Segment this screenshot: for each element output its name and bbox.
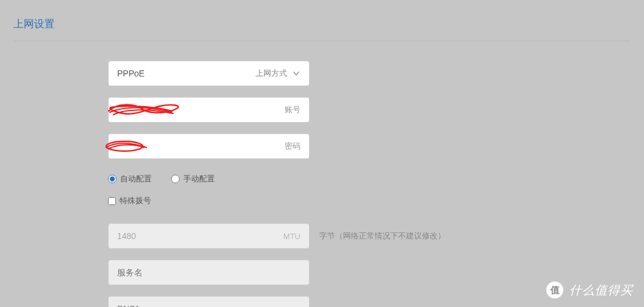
service-name-input[interactable] — [117, 268, 300, 277]
watermark-badge-icon: 值 — [546, 282, 563, 299]
special-dial-checkbox[interactable]: 特殊拨号 — [108, 195, 631, 206]
account-input[interactable] — [117, 105, 285, 115]
manual-config-radio[interactable]: 手动配置 — [171, 174, 215, 184]
special-dial-checkbox-input[interactable] — [108, 197, 116, 205]
divider — [13, 41, 631, 41]
connection-type-select[interactable]: PPPoE 上网方式 — [108, 61, 310, 86]
password-label: 密码 — [285, 141, 300, 152]
dns1-input-wrap[interactable] — [108, 296, 310, 307]
auto-config-radio-input[interactable] — [108, 175, 117, 183]
config-mode-radio-group: 自动配置 手动配置 — [108, 174, 631, 184]
mtu-input-wrap[interactable]: MTU — [108, 223, 310, 249]
password-input-wrap[interactable]: 密码 — [108, 133, 310, 159]
chevron-down-icon — [292, 69, 300, 78]
connection-type-label: 上网方式 — [256, 68, 287, 79]
form-area: PPPoE 上网方式 账号 密码 — [13, 61, 631, 307]
page-title: 上网设置 — [13, 17, 631, 31]
connection-type-value: PPPoE — [117, 69, 256, 78]
watermark: 值 什么值得买 — [546, 282, 633, 299]
auto-config-radio[interactable]: 自动配置 — [108, 174, 152, 184]
password-input[interactable] — [117, 141, 285, 151]
account-input-wrap[interactable]: 账号 — [108, 97, 310, 123]
account-label: 账号 — [285, 104, 300, 115]
dns1-input[interactable] — [117, 304, 300, 307]
manual-config-label: 手动配置 — [183, 174, 215, 184]
mtu-hint: 字节（网络正常情况下不建议修改） — [319, 231, 446, 241]
manual-config-radio-input[interactable] — [171, 175, 180, 183]
mtu-input[interactable] — [117, 231, 283, 241]
mtu-label: MTU — [283, 232, 300, 241]
service-name-input-wrap[interactable] — [108, 260, 310, 285]
special-dial-label: 特殊拨号 — [120, 195, 151, 206]
watermark-text: 什么值得买 — [569, 282, 633, 299]
auto-config-label: 自动配置 — [120, 174, 152, 184]
